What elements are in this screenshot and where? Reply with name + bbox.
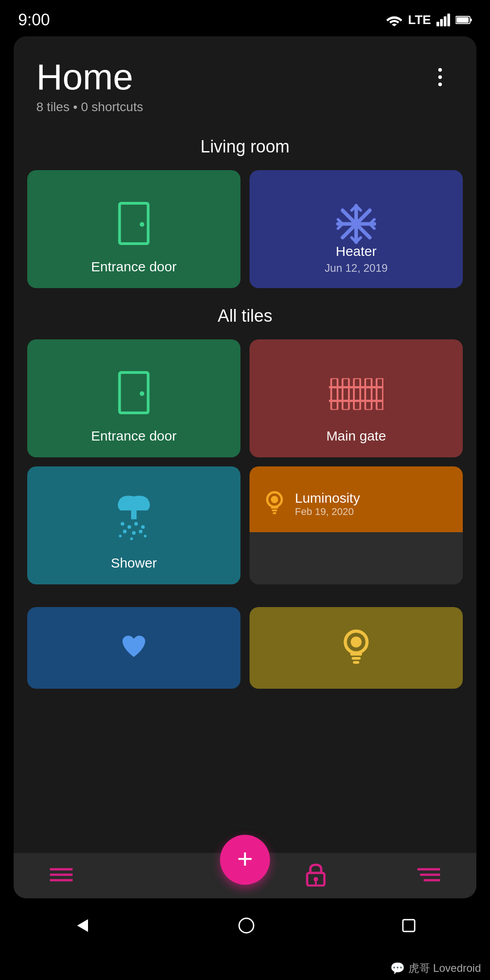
lte-label: LTE (408, 13, 431, 27)
svg-rect-25 (331, 378, 338, 410)
svg-point-52 (351, 637, 362, 647)
header-text: Home 8 tiles • 0 shortcuts (36, 59, 143, 114)
luminosity-tile[interactable]: Luminosity Feb 19, 2020 (250, 466, 463, 584)
heater-sublabel: Jun 12, 2019 (325, 262, 388, 274)
snowflake-icon (336, 204, 377, 246)
svg-rect-2 (444, 16, 446, 26)
svg-point-39 (139, 530, 142, 534)
wechat-icon: 💬 (390, 961, 405, 975)
status-icons: LTE (386, 13, 472, 27)
svg-rect-27 (354, 378, 360, 410)
svg-marker-62 (77, 919, 88, 932)
svg-rect-51 (353, 661, 359, 664)
shower-icon (111, 495, 157, 546)
partial-tile-left[interactable] (27, 607, 240, 689)
svg-rect-50 (352, 657, 361, 660)
partial-tile-right[interactable] (250, 607, 463, 689)
svg-point-24 (140, 392, 144, 396)
header: Home 8 tiles • 0 shortcuts (14, 36, 476, 128)
all-tiles-header: All tiles (14, 297, 476, 339)
shower-label: Shower (111, 555, 157, 571)
luminosity-bottom (250, 532, 463, 584)
svg-point-9 (140, 222, 144, 227)
entrance-door-label-2: Entrance door (91, 428, 176, 444)
lightbulb-icon (263, 490, 286, 519)
svg-rect-64 (403, 920, 415, 931)
svg-rect-3 (447, 14, 450, 26)
heart-icon (120, 634, 147, 662)
svg-point-40 (119, 535, 122, 538)
svg-point-34 (127, 525, 131, 529)
entrance-door-label-1: Entrance door (91, 259, 176, 274)
svg-rect-1 (440, 19, 443, 26)
svg-point-37 (123, 530, 127, 534)
luminosity-sublabel: Feb 19, 2020 (295, 506, 360, 518)
svg-point-63 (239, 918, 254, 933)
all-tiles-grid: Entrance door (14, 339, 476, 584)
android-nav-bar (0, 898, 490, 953)
svg-rect-6 (456, 17, 469, 23)
svg-point-36 (141, 525, 145, 529)
more-menu-button[interactable] (426, 64, 454, 91)
luminosity-label: Luminosity (295, 490, 360, 506)
living-room-section: Living room Entrance door (14, 128, 476, 288)
lock-icon-button[interactable] (305, 863, 326, 888)
svg-rect-45 (272, 510, 277, 511)
svg-rect-32 (131, 510, 137, 519)
svg-point-35 (134, 522, 138, 526)
signal-icon (436, 14, 450, 26)
watermark-text: 虎哥 Lovedroid (408, 961, 481, 975)
svg-rect-29 (377, 378, 383, 410)
entrance-door-tile-2[interactable]: Entrance door (27, 339, 240, 457)
wifi-icon (386, 14, 402, 26)
recent-button[interactable] (401, 918, 416, 933)
battery-icon (456, 15, 472, 24)
fab-plus-icon: + (237, 845, 253, 872)
heater-tile[interactable]: Heater Jun 12, 2019 (250, 170, 463, 288)
svg-rect-49 (350, 653, 362, 656)
lightbulb-yellow-icon (338, 627, 374, 668)
status-bar: 9:00 LTE (0, 0, 490, 36)
watermark: 💬 虎哥 Lovedroid (390, 961, 481, 975)
svg-rect-5 (470, 19, 472, 21)
status-time: 9:00 (18, 10, 50, 29)
filter-icon-button[interactable] (417, 866, 440, 886)
svg-rect-28 (365, 378, 372, 410)
main-gate-label: Main gate (326, 428, 386, 444)
living-room-header: Living room (14, 128, 476, 170)
entrance-door-tile-1[interactable]: Entrance door (27, 170, 240, 288)
living-room-tiles: Entrance door (14, 170, 476, 288)
all-tiles-section: All tiles Entrance door (14, 297, 476, 584)
svg-rect-0 (436, 22, 439, 26)
shower-tile[interactable]: Shower (27, 466, 240, 584)
door-icon (116, 201, 152, 248)
fab-add-button[interactable]: + (220, 835, 270, 885)
page-title: Home (36, 59, 143, 95)
svg-point-41 (144, 535, 147, 538)
svg-rect-26 (343, 378, 349, 410)
home-button[interactable] (238, 917, 255, 934)
more-vert-icon (438, 68, 442, 86)
svg-rect-46 (273, 512, 276, 514)
back-button[interactable] (74, 916, 92, 935)
svg-rect-44 (271, 507, 278, 509)
svg-point-42 (130, 538, 133, 540)
app-container: Home 8 tiles • 0 shortcuts Living room (14, 36, 476, 898)
svg-point-33 (121, 522, 124, 526)
door-icon-2 (116, 370, 152, 417)
page-subtitle: 8 tiles • 0 shortcuts (36, 100, 143, 114)
fence-icon (329, 378, 383, 412)
svg-point-38 (132, 531, 136, 535)
svg-point-47 (271, 496, 278, 503)
menu-icon-button[interactable] (50, 866, 73, 886)
luminosity-top: Luminosity Feb 19, 2020 (250, 466, 463, 532)
main-gate-tile[interactable]: Main gate (250, 339, 463, 457)
partial-bottom-row (14, 607, 476, 689)
